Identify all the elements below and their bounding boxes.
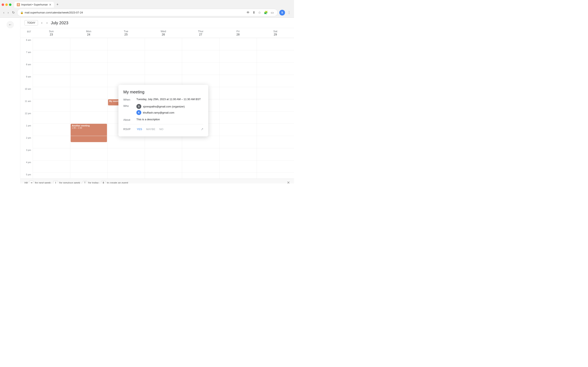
grid-cell-mon-7am[interactable] xyxy=(70,50,107,62)
grid-cell-sat-2pm[interactable] xyxy=(257,136,294,148)
grid-cell-mon-10am[interactable] xyxy=(70,87,107,99)
grid-cell-tue-8am[interactable] xyxy=(107,62,145,75)
more-menu-btn[interactable]: ⋮ xyxy=(287,10,292,15)
grid-cell-mon-11am[interactable] xyxy=(70,99,107,111)
grid-cell-wed-8am[interactable] xyxy=(145,62,182,75)
minimize-window-btn[interactable] xyxy=(5,3,8,6)
grid-cell-sat-11am[interactable] xyxy=(257,99,294,111)
grid-cell-sat-10am[interactable] xyxy=(257,87,294,99)
bottom-bar-close-button[interactable]: ✕ xyxy=(287,180,290,184)
grid-cell-sat-9am[interactable] xyxy=(257,75,294,87)
grid-cell-sun-9am[interactable] xyxy=(33,75,70,87)
popup-when-row: When Tuesday, July 25th, 2023 at 11:00 A… xyxy=(123,98,203,101)
grid-cell-fri-8am[interactable] xyxy=(219,62,257,75)
grid-cell-tue-2pm[interactable] xyxy=(107,136,145,148)
grid-cell-thur-2pm[interactable] xyxy=(182,136,219,148)
grid-cell-sun-2pm[interactable] xyxy=(33,136,70,148)
grid-cell-mon-8am[interactable] xyxy=(70,62,107,75)
grid-cell-fri-3pm[interactable] xyxy=(219,148,257,160)
grid-cell-mon-2pm[interactable] xyxy=(70,136,107,148)
grid-cell-fri-5pm[interactable] xyxy=(219,173,257,179)
grid-cell-thur-6am[interactable] xyxy=(182,38,219,50)
address-bar[interactable]: 🔒 mail.superhuman.com/calendar/week/2023… xyxy=(17,9,278,16)
grid-cell-mon-4pm[interactable] xyxy=(70,160,107,173)
back-button[interactable]: ← xyxy=(7,21,14,28)
grid-cell-thur-3pm[interactable] xyxy=(182,148,219,160)
grid-cell-sat-4pm[interactable] xyxy=(257,160,294,173)
grid-cell-sun-5pm[interactable] xyxy=(33,173,70,179)
grid-cell-wed-3pm[interactable] xyxy=(145,148,182,160)
sidebar-toggle-btn[interactable]: ▭ xyxy=(270,10,275,15)
grid-cell-sat-3pm[interactable] xyxy=(257,148,294,160)
grid-cell-fri-1pm[interactable] xyxy=(219,124,257,136)
reader-mode-btn[interactable]: 👁 xyxy=(246,10,251,15)
grid-cell-wed-7am[interactable] xyxy=(145,50,182,62)
grid-cell-sun-7am[interactable] xyxy=(33,50,70,62)
rsvp-maybe-button[interactable]: MAYBE xyxy=(146,127,156,132)
profile-button[interactable]: S xyxy=(279,10,285,16)
grid-cell-sat-1pm[interactable] xyxy=(257,124,294,136)
maximize-window-btn[interactable] xyxy=(9,3,11,6)
grid-cell-mon-6am[interactable] xyxy=(70,38,107,50)
grid-cell-sun-4pm[interactable] xyxy=(33,160,70,173)
grid-cell-sat-8am[interactable] xyxy=(257,62,294,75)
prev-week-button[interactable]: ‹ xyxy=(40,20,43,25)
grid-cell-sun-10am[interactable] xyxy=(33,87,70,99)
grid-cell-fri-4pm[interactable] xyxy=(219,160,257,173)
reload-button[interactable]: ↻ xyxy=(11,10,16,15)
grid-cell-sun-11am[interactable] xyxy=(33,99,70,111)
forward-nav-button[interactable]: › xyxy=(7,10,9,15)
grid-cell-wed-2pm[interactable] xyxy=(145,136,182,148)
grid-cell-fri-11am[interactable] xyxy=(219,99,257,111)
grid-cell-wed-6am[interactable] xyxy=(145,38,182,50)
grid-cell-mon-12pm[interactable] xyxy=(70,111,107,124)
grid-cell-thur-5pm[interactable] xyxy=(182,173,219,179)
rsvp-no-button[interactable]: NO xyxy=(159,127,164,132)
grid-cell-fri-6am[interactable] xyxy=(219,38,257,50)
grid-cell-sat-7am[interactable] xyxy=(257,50,294,62)
bookmark-btn[interactable]: ☆ xyxy=(257,10,262,15)
grid-cell-wed-5pm[interactable] xyxy=(145,173,182,179)
grid-cell-fri-10am[interactable] xyxy=(219,87,257,99)
external-link-button[interactable]: ↗ xyxy=(201,127,203,131)
extensions-btn[interactable]: 🧩 xyxy=(263,10,269,15)
grid-cell-thur-7am[interactable] xyxy=(182,50,219,62)
close-window-btn[interactable] xyxy=(2,3,4,6)
grid-cell-sat-6am[interactable] xyxy=(257,38,294,50)
back-nav-button[interactable]: ‹ xyxy=(2,10,5,15)
rsvp-yes-button[interactable]: YES xyxy=(136,127,143,132)
grid-cell-tue-7am[interactable] xyxy=(107,50,145,62)
tab-title: Important • Superhuman xyxy=(21,3,48,6)
grid-cell-mon-1pm[interactable]: Another meeting 1:00 – 2:30 xyxy=(70,124,107,136)
grid-cell-mon-3pm[interactable] xyxy=(70,148,107,160)
browser-tab[interactable]: S Important • Superhuman ✕ xyxy=(14,2,54,8)
grid-cell-mon-5pm[interactable] xyxy=(70,173,107,179)
grid-cell-fri-12pm[interactable] xyxy=(219,111,257,124)
grid-cell-tue-5pm[interactable] xyxy=(107,173,145,179)
grid-cell-thur-4pm[interactable] xyxy=(182,160,219,173)
grid-cell-sun-3pm[interactable] xyxy=(33,148,70,160)
grid-cell-sat-12pm[interactable] xyxy=(257,111,294,124)
grid-cell-fri-9am[interactable] xyxy=(219,75,257,87)
popup-about-label: About xyxy=(123,118,133,121)
grid-cell-sun-12pm[interactable] xyxy=(33,111,70,124)
grid-cell-mon-9am[interactable] xyxy=(70,75,107,87)
grid-cell-sun-6am[interactable] xyxy=(33,38,70,50)
grid-cell-sat-5pm[interactable] xyxy=(257,173,294,179)
grid-cell-tue-4pm[interactable] xyxy=(107,160,145,173)
share-btn[interactable]: ⬆ xyxy=(252,10,256,15)
new-tab-button[interactable]: + xyxy=(55,2,60,8)
time-label-7am: 7 am xyxy=(20,50,33,62)
grid-cell-sun-8am[interactable] xyxy=(33,62,70,75)
grid-cell-sun-1pm[interactable] xyxy=(33,124,70,136)
tab-close-icon[interactable]: ✕ xyxy=(49,3,52,6)
grid-cell-tue-3pm[interactable] xyxy=(107,148,145,160)
grid-cell-thur-8am[interactable] xyxy=(182,62,219,75)
grid-cell-fri-7am[interactable] xyxy=(219,50,257,62)
grid-cell-wed-4pm[interactable] xyxy=(145,160,182,173)
today-button[interactable]: TODAY xyxy=(25,20,38,25)
grid-cell-fri-2pm[interactable] xyxy=(219,136,257,148)
grid-cell-tue-6am[interactable] xyxy=(107,38,145,50)
time-label-12pm: 12 pm xyxy=(20,111,33,124)
next-week-button[interactable]: › xyxy=(46,20,48,25)
